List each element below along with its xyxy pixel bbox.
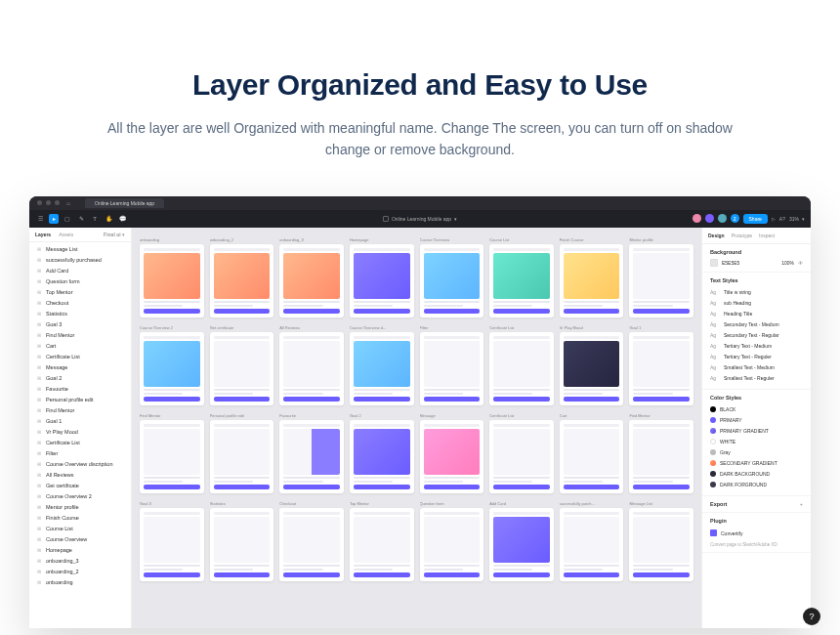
artboard[interactable]: [140, 508, 204, 581]
traffic-light-min[interactable]: [46, 200, 51, 205]
text-style-item[interactable]: AgTertiary Text - Medium: [710, 341, 803, 352]
artboard[interactable]: [350, 332, 414, 405]
user-count-badge[interactable]: 2: [731, 214, 739, 223]
layer-item[interactable]: ⊞onboarding: [29, 577, 131, 588]
artboard[interactable]: [279, 508, 344, 581]
layer-item[interactable]: ⊞onboarding_3: [29, 556, 131, 567]
eye-icon[interactable]: 👁: [798, 260, 803, 266]
chevron-down-icon[interactable]: ▾: [802, 216, 805, 222]
artboard[interactable]: [420, 244, 484, 318]
artboard[interactable]: [489, 508, 554, 581]
present-button[interactable]: ▷: [772, 216, 776, 222]
layer-item[interactable]: ⊞Course Overview 2: [29, 491, 131, 502]
layer-item[interactable]: ⊞Add Card: [29, 266, 131, 276]
color-style-item[interactable]: PRIMARY GRADIENT: [710, 426, 803, 437]
layer-item[interactable]: ⊞Message: [29, 362, 131, 373]
layer-item[interactable]: ⊞Course List: [29, 524, 131, 534]
artboard[interactable]: [489, 332, 554, 405]
project-name[interactable]: Online Learning Mobile app: [392, 216, 451, 222]
artboard[interactable]: [629, 244, 693, 318]
add-export-icon[interactable]: +: [800, 501, 803, 507]
artboard[interactable]: [489, 244, 554, 318]
artboard[interactable]: [420, 332, 484, 405]
layer-item[interactable]: ⊞onboarding_2: [29, 567, 131, 577]
layer-item[interactable]: ⊞Question form: [29, 276, 131, 287]
layer-item[interactable]: ⊞Find Mentor: [29, 405, 131, 416]
layer-item[interactable]: ⊞Course Overview: [29, 534, 131, 545]
hand-tool[interactable]: ✋: [104, 214, 113, 224]
artboard[interactable]: [140, 420, 204, 493]
text-style-item[interactable]: AgHeading Title: [710, 309, 803, 319]
bg-swatch[interactable]: [710, 259, 718, 267]
bg-opacity[interactable]: 100%: [781, 260, 794, 266]
artboard[interactable]: [350, 420, 414, 493]
artboard[interactable]: [560, 508, 624, 581]
layer-item[interactable]: ⊞Cart: [29, 341, 131, 352]
plugin-name[interactable]: Convertify: [721, 530, 743, 536]
text-style-item[interactable]: AgTertiary Text - Reguler: [710, 352, 803, 362]
layer-item[interactable]: ⊞Goal 3: [29, 319, 131, 330]
tab-design[interactable]: Design: [708, 233, 725, 238]
layer-item[interactable]: ⊞Course Overview discription: [29, 459, 131, 470]
zoom-level[interactable]: 31%: [789, 216, 799, 222]
artboard[interactable]: [279, 244, 344, 318]
traffic-light-close[interactable]: [37, 200, 42, 205]
artboard[interactable]: [140, 332, 204, 405]
layer-item[interactable]: ⊞Mentor profile: [29, 502, 131, 513]
view-options[interactable]: A?: [779, 216, 785, 222]
color-style-item[interactable]: BLACK: [710, 404, 803, 415]
text-style-item[interactable]: AgSmallest Text - Medium: [710, 362, 803, 373]
layer-item[interactable]: ⊞All Reviews: [29, 470, 131, 481]
comment-tool[interactable]: 💬: [117, 214, 127, 224]
layer-item[interactable]: ⊞Statistics: [29, 309, 131, 319]
layer-item[interactable]: ⊞Finish Course: [29, 513, 131, 524]
avatar-user-1[interactable]: [693, 214, 701, 223]
frame-tool[interactable]: ▢: [63, 214, 72, 224]
artboard[interactable]: [560, 332, 624, 405]
color-style-item[interactable]: PRIMARY: [710, 415, 803, 426]
layer-item[interactable]: ⊞Goal 2: [29, 373, 131, 384]
layer-item[interactable]: ⊞Find Mentor: [29, 330, 131, 341]
tab-layers[interactable]: Layers: [35, 232, 51, 237]
artboard[interactable]: [489, 420, 554, 493]
text-style-item[interactable]: AgSmallest Text - Reguler: [710, 373, 803, 384]
layer-item[interactable]: ⊞Certificate List: [29, 438, 131, 448]
tab-assets[interactable]: Assets: [59, 232, 73, 237]
artboard[interactable]: [350, 244, 414, 318]
chevron-down-icon[interactable]: ▾: [454, 216, 457, 222]
artboard[interactable]: [629, 332, 693, 405]
text-style-item[interactable]: AgSecondary Text - Regular: [710, 330, 803, 341]
help-button[interactable]: ?: [803, 608, 820, 625]
avatar-user-2[interactable]: [705, 214, 714, 223]
color-style-item[interactable]: SECONDARY GRADIENT: [710, 458, 803, 469]
layer-item[interactable]: ⊞Get certificate: [29, 481, 131, 491]
color-style-item[interactable]: Gray: [710, 447, 803, 458]
artboard[interactable]: [629, 508, 693, 581]
layer-item[interactable]: ⊞Message List: [29, 244, 131, 255]
page-selector[interactable]: Final ui ▾: [104, 232, 125, 237]
artboard[interactable]: [420, 508, 484, 581]
artboard[interactable]: [210, 244, 274, 318]
artboard[interactable]: [210, 420, 274, 493]
pen-tool[interactable]: ✎: [76, 214, 86, 224]
color-style-item[interactable]: DARK BACKGROUND: [710, 469, 803, 480]
artboard[interactable]: [629, 420, 693, 493]
artboard[interactable]: [420, 420, 484, 493]
layer-item[interactable]: ⊞Favourite: [29, 384, 131, 395]
artboard[interactable]: [210, 332, 274, 405]
layer-item[interactable]: ⊞Homepage: [29, 545, 131, 556]
layer-item[interactable]: ⊞Top Mentor: [29, 287, 131, 298]
home-icon[interactable]: ⌂: [63, 198, 73, 208]
bg-hex[interactable]: E5E5E5: [722, 260, 739, 266]
share-button[interactable]: Share: [743, 214, 768, 224]
layer-item[interactable]: ⊞Checkout: [29, 298, 131, 309]
tab-inspect[interactable]: Inspect: [759, 233, 775, 238]
menu-icon[interactable]: ☰: [35, 214, 45, 224]
layer-item[interactable]: ⊞Vr Play Mood: [29, 427, 131, 438]
layer-item[interactable]: ⊞successfully purchased: [29, 255, 131, 266]
tab-prototype[interactable]: Prototype: [732, 233, 752, 238]
layer-item[interactable]: ⊞Goal 1: [29, 416, 131, 427]
artboard[interactable]: [140, 244, 204, 318]
layer-item[interactable]: ⊞Filter: [29, 448, 131, 459]
text-tool[interactable]: T: [90, 214, 100, 224]
